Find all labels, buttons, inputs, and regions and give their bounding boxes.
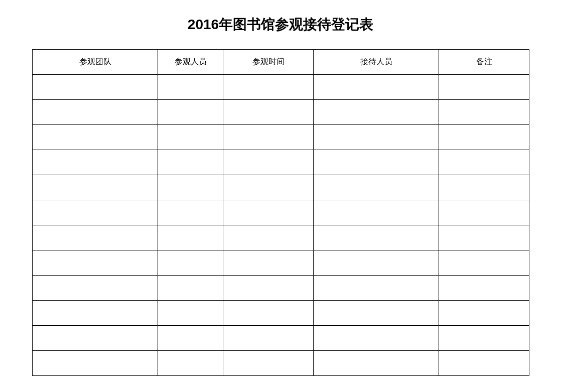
table-cell bbox=[158, 326, 223, 351]
table-cell bbox=[33, 276, 158, 301]
table-row bbox=[33, 125, 529, 150]
table-cell bbox=[314, 250, 439, 276]
table-container: 参观团队 参观人员 参观时间 接待人员 备注 bbox=[32, 49, 529, 376]
table-cell bbox=[439, 276, 529, 301]
table-cell bbox=[33, 250, 158, 276]
table-cell bbox=[314, 100, 439, 125]
header-team: 参观团队 bbox=[33, 50, 158, 75]
table-cell bbox=[223, 250, 314, 276]
table-cell bbox=[158, 150, 223, 175]
table-row bbox=[33, 351, 529, 376]
table-cell bbox=[223, 326, 314, 351]
table-cell bbox=[439, 250, 529, 276]
table-cell bbox=[439, 125, 529, 150]
table-cell bbox=[158, 250, 223, 276]
header-personnel: 参观人员 bbox=[158, 50, 223, 75]
header-remarks: 备注 bbox=[439, 50, 529, 75]
table-cell bbox=[223, 276, 314, 301]
header-reception: 接待人员 bbox=[314, 50, 439, 75]
table-cell bbox=[314, 225, 439, 250]
table-cell bbox=[314, 276, 439, 301]
table-cell bbox=[439, 200, 529, 225]
table-cell bbox=[439, 175, 529, 200]
table-cell bbox=[314, 150, 439, 175]
table-cell bbox=[314, 75, 439, 100]
table-cell bbox=[223, 301, 314, 326]
table-cell bbox=[33, 125, 158, 150]
table-cell bbox=[158, 100, 223, 125]
table-row bbox=[33, 100, 529, 125]
table-cell bbox=[314, 351, 439, 376]
table-row bbox=[33, 225, 529, 250]
table-cell bbox=[223, 175, 314, 200]
table-cell bbox=[439, 75, 529, 100]
table-cell bbox=[223, 225, 314, 250]
table-cell bbox=[33, 326, 158, 351]
header-time: 参观时间 bbox=[223, 50, 314, 75]
table-row bbox=[33, 175, 529, 200]
table-cell bbox=[33, 150, 158, 175]
table-cell bbox=[439, 150, 529, 175]
table-row bbox=[33, 250, 529, 276]
table-cell bbox=[223, 125, 314, 150]
table-cell bbox=[158, 225, 223, 250]
table-cell bbox=[33, 301, 158, 326]
page-title: 2016年图书馆参观接待登记表 bbox=[0, 15, 561, 34]
table-cell bbox=[223, 75, 314, 100]
table-row bbox=[33, 75, 529, 100]
table-cell bbox=[158, 75, 223, 100]
table-cell bbox=[158, 125, 223, 150]
table-cell bbox=[314, 200, 439, 225]
table-cell bbox=[439, 100, 529, 125]
table-row bbox=[33, 200, 529, 225]
table-cell bbox=[439, 301, 529, 326]
table-cell bbox=[33, 175, 158, 200]
table-cell bbox=[223, 100, 314, 125]
table-cell bbox=[223, 200, 314, 225]
table-cell bbox=[158, 276, 223, 301]
table-cell bbox=[314, 301, 439, 326]
table-cell bbox=[439, 326, 529, 351]
table-row bbox=[33, 326, 529, 351]
table-row bbox=[33, 301, 529, 326]
table-row bbox=[33, 276, 529, 301]
table-cell bbox=[33, 100, 158, 125]
table-cell bbox=[314, 125, 439, 150]
table-row bbox=[33, 150, 529, 175]
table-cell bbox=[439, 225, 529, 250]
table-cell bbox=[158, 175, 223, 200]
table-cell bbox=[314, 175, 439, 200]
table-cell bbox=[223, 150, 314, 175]
table-cell bbox=[33, 351, 158, 376]
table-cell bbox=[33, 200, 158, 225]
table-header-row: 参观团队 参观人员 参观时间 接待人员 备注 bbox=[33, 50, 529, 75]
table-cell bbox=[33, 75, 158, 100]
table-cell bbox=[223, 351, 314, 376]
table-cell bbox=[158, 301, 223, 326]
table-cell bbox=[314, 326, 439, 351]
table-cell bbox=[158, 351, 223, 376]
table-cell bbox=[439, 351, 529, 376]
table-cell bbox=[158, 200, 223, 225]
registration-table: 参观团队 参观人员 参观时间 接待人员 备注 bbox=[32, 49, 529, 376]
table-cell bbox=[33, 225, 158, 250]
